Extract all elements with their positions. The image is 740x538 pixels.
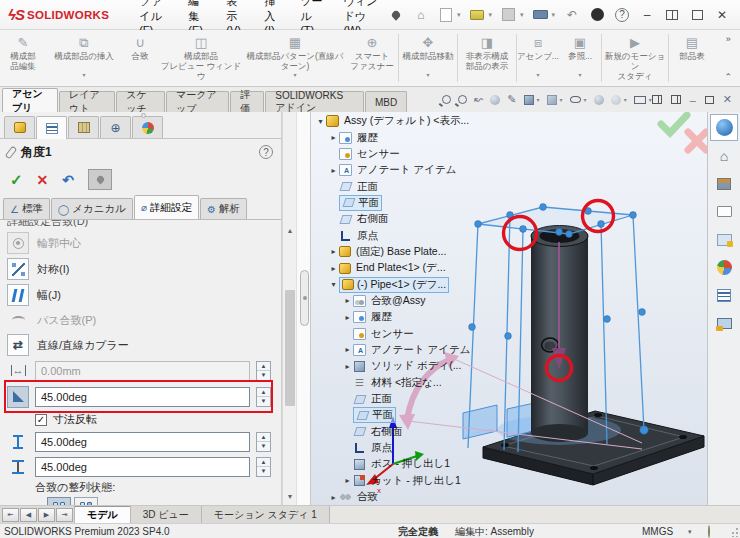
help-icon[interactable]: ? xyxy=(259,145,273,159)
subtab-standard[interactable]: ∠標準 xyxy=(3,198,50,219)
tab-assembly[interactable]: アセンブリ xyxy=(2,88,58,112)
scene-icon[interactable] xyxy=(611,95,621,105)
view-palette-icon[interactable] xyxy=(710,226,738,253)
angle-input[interactable]: 45.00deg xyxy=(35,387,250,407)
ok-button[interactable]: ✓ xyxy=(10,171,23,189)
splitter-handle[interactable] xyxy=(300,270,309,326)
minimize-icon[interactable]: – xyxy=(639,7,655,23)
distance-input[interactable]: 0.00mm xyxy=(35,361,250,381)
view-orientation-icon[interactable] xyxy=(570,96,581,103)
tag-icon[interactable] xyxy=(708,525,710,538)
first-tab-icon[interactable]: ⇤ xyxy=(2,508,19,522)
anti-aligned-button[interactable] xyxy=(74,497,98,506)
account-icon[interactable] xyxy=(589,7,605,23)
tree-item[interactable]: ☰材料 <指定な... xyxy=(315,375,525,391)
displaymanager-tab[interactable] xyxy=(132,116,163,138)
subtab-analysis[interactable]: ⚙解析 xyxy=(200,198,247,219)
tree-item[interactable]: ソリッド ボディ(... xyxy=(315,358,525,374)
move-component-button[interactable]: ✥構成部品移動▾ xyxy=(399,30,457,86)
zoom-to-fit-icon[interactable] xyxy=(442,95,451,104)
dimxpertmanager-tab[interactable]: ⊕ xyxy=(100,116,131,138)
tab-mbd[interactable]: MBD xyxy=(365,91,407,112)
custom-properties-icon[interactable] xyxy=(710,282,738,309)
forum-icon[interactable] xyxy=(710,310,738,337)
tab-layout[interactable]: レイアウト xyxy=(59,91,115,112)
window-layout-icon[interactable] xyxy=(664,7,680,23)
pin-icon[interactable] xyxy=(388,7,404,23)
appearances-icon[interactable] xyxy=(594,95,604,105)
reference-geometry-button[interactable]: ▣参照...▾ xyxy=(559,30,601,86)
tree-item[interactable]: 原点 xyxy=(315,227,525,243)
featuremanager-tab[interactable] xyxy=(4,116,35,138)
tree-item[interactable]: センサー xyxy=(315,325,525,341)
tree-item[interactable]: 履歴 xyxy=(315,309,525,325)
propertymanager-tab[interactable] xyxy=(36,116,67,139)
tree-item[interactable]: ボス - 押し出し1 xyxy=(315,456,525,472)
tab-sketch[interactable]: スケッチ xyxy=(116,91,165,112)
file-explorer-icon[interactable] xyxy=(710,198,738,225)
linear-coupler-option[interactable]: ⇄ 直線/直線カプラー xyxy=(7,332,271,358)
min-value-input[interactable]: 45.00deg xyxy=(35,457,250,477)
max-value-input[interactable]: 45.00deg xyxy=(35,432,250,452)
assembly-features-button[interactable]: ⧈アセンブ...▾ xyxy=(517,30,559,86)
tree-item[interactable]: (固定) Base Plate... xyxy=(315,244,525,260)
bill-of-materials-button[interactable]: ▤部品表 xyxy=(669,30,715,86)
display-style-icon[interactable] xyxy=(524,95,534,105)
cancel-button[interactable]: ✕ xyxy=(37,172,49,188)
tab-markup[interactable]: マークアップ xyxy=(166,91,229,112)
tree-item[interactable]: 正面 xyxy=(315,178,525,194)
flip-dimension-checkbox[interactable]: ✓ xyxy=(35,414,47,426)
tree-item-assembly[interactable]: Assy (デフォルト) <表示... xyxy=(315,113,525,129)
undo-icon[interactable]: ↶ xyxy=(564,7,580,23)
flip-dimension-row[interactable]: ✓ 寸法反転 xyxy=(7,410,271,429)
tree-item[interactable]: 合致@Assy xyxy=(315,293,525,309)
tree-item[interactable]: 原点 xyxy=(315,440,525,456)
max-value-spinner[interactable]: ▲▼ xyxy=(256,432,271,452)
distance-spinner[interactable]: ▲▼ xyxy=(256,361,271,381)
pane-left-icon[interactable] xyxy=(652,95,662,104)
maximize-icon[interactable] xyxy=(689,7,705,23)
tab-model[interactable]: モデル xyxy=(74,506,131,523)
help-icon[interactable]: ? xyxy=(614,7,630,23)
units-selector[interactable]: MMGS xyxy=(642,525,673,538)
tab-motion-study[interactable]: モーション スタディ 1 xyxy=(201,506,330,523)
tree-item[interactable]: アノテート アイテム xyxy=(315,342,525,358)
insert-components-button[interactable]: ⧉構成部品の挿入▾ xyxy=(46,30,122,86)
scroll-thumb[interactable] xyxy=(285,290,295,406)
appearances-icon[interactable] xyxy=(710,254,738,281)
tree-item[interactable]: End Plate<1> (デ... xyxy=(315,260,525,276)
aligned-button[interactable] xyxy=(47,497,71,506)
close-icon[interactable]: ✕ xyxy=(714,7,730,23)
view-settings-icon[interactable] xyxy=(634,96,646,104)
doc-close-icon[interactable]: ✕ xyxy=(723,93,732,106)
show-hidden-components-button[interactable]: ◨非表示構成 部品の表示 xyxy=(458,30,516,86)
tree-item[interactable]: 右側面 xyxy=(315,211,525,227)
configurationmanager-tab[interactable] xyxy=(68,116,99,138)
edit-component-button[interactable]: ✎構成部 品編集 xyxy=(0,30,46,86)
doc-restore-icon[interactable] xyxy=(705,96,714,104)
panel-scrollbar[interactable]: ▲ ▼ xyxy=(282,112,296,505)
new-document-icon[interactable] xyxy=(438,7,454,23)
graphics-area[interactable]: z x Assy (デフォルト) <表示... 履歴 センサー アノ xyxy=(311,112,707,505)
design-library-icon[interactable] xyxy=(710,170,738,197)
pane-right-icon[interactable] xyxy=(671,95,681,104)
width-option[interactable]: 幅(J) xyxy=(7,282,271,308)
min-value-spinner[interactable]: ▲▼ xyxy=(256,457,271,477)
panel-splitter[interactable] xyxy=(296,112,311,505)
undo-button[interactable]: ↶ xyxy=(62,172,74,188)
hide-show-items-icon[interactable] xyxy=(547,95,557,105)
symmetric-option[interactable]: 対称(I) xyxy=(7,256,271,282)
component-preview-window-button[interactable]: ◫構成部品 プレビュー ウィンドウ xyxy=(158,30,244,86)
scroll-up-icon[interactable]: ▲ xyxy=(284,224,296,237)
tree-item[interactable]: 履歴 xyxy=(315,129,525,145)
next-tab-icon[interactable]: ▶ xyxy=(38,508,55,522)
section-view-icon[interactable] xyxy=(490,95,500,105)
home-icon[interactable]: ⌂ xyxy=(413,7,429,23)
open-icon[interactable] xyxy=(469,7,485,23)
tab-3d-views[interactable]: 3D ビュー xyxy=(130,506,202,523)
tree-item[interactable]: 正面 xyxy=(315,391,525,407)
tree-item-selected[interactable]: 平面 xyxy=(315,195,525,211)
scroll-down-icon[interactable]: ▼ xyxy=(284,490,296,503)
print-icon[interactable] xyxy=(532,7,548,23)
path-mate-option[interactable]: パス合致(P) xyxy=(7,308,271,332)
